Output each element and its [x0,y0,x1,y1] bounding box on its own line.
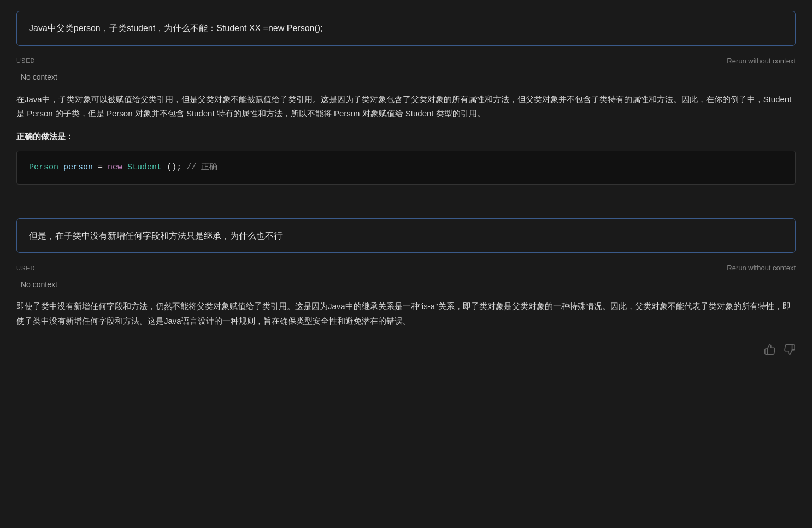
code-person-type: Person [29,163,58,172]
used-row-2: USED Rerun without context [16,263,796,274]
question-text-1: Java中父类person，子类student，为什么不能：Student XX… [29,23,323,33]
question-block-2: 但是，在子类中没有新增任何字段和方法只是继承，为什么也不行 [16,218,796,253]
thumbs-down-icon[interactable] [784,343,796,360]
rerun-button-1[interactable]: Rerun without context [727,56,796,67]
used-row-1: USED Rerun without context [16,56,796,67]
rerun-button-2[interactable]: Rerun without context [727,263,796,274]
question-text-2: 但是，在子类中没有新增任何字段和方法只是继承，为什么也不行 [29,231,283,240]
code-comment: // 正确 [186,163,217,172]
no-context-1: No context [16,71,796,83]
question-block-1: Java中父类person，子类student，为什么不能：Student XX… [16,11,796,46]
thumbs-up-icon[interactable] [764,343,776,360]
no-context-2: No context [16,278,796,290]
answer-paragraph-2: 即使子类中没有新增任何字段和方法，仍然不能将父类对象赋值给子类引用。这是因为Ja… [16,299,796,328]
correct-label: 正确的做法是： [16,129,796,144]
code-new-keyword: new [108,163,122,172]
code-parens: (); [167,163,186,172]
answer-paragraph-1: 在Java中，子类对象可以被赋值给父类引用，但是父类对象不能被赋值给子类引用。这… [16,92,796,121]
code-student-class: Student [127,163,162,172]
code-var-person: person [63,163,93,172]
used-label-2: USED [16,264,36,274]
code-equals: = [98,163,108,172]
used-label-1: USED [16,56,36,66]
feedback-row [16,337,796,360]
code-block-1: Person person = new Student (); // 正确 [16,151,796,185]
